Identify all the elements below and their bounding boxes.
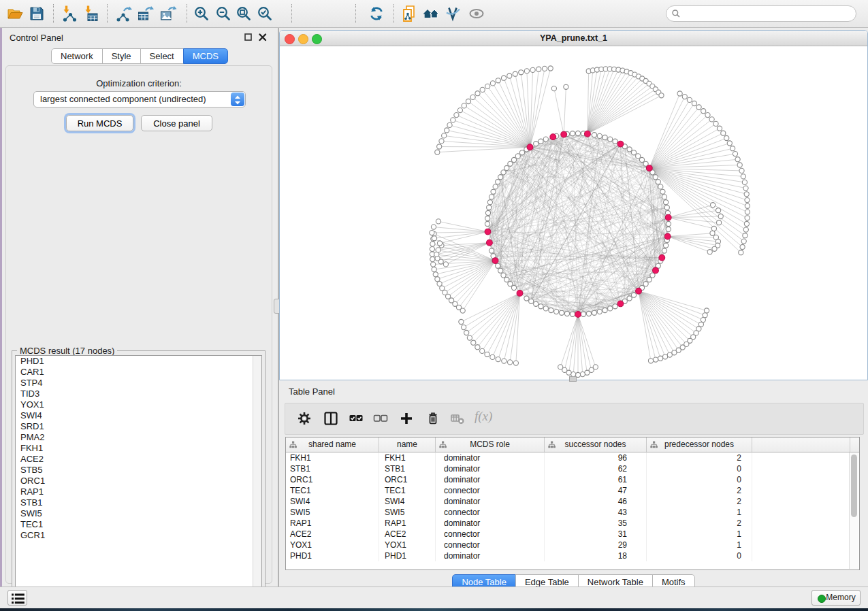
graph-node[interactable] [627,296,632,301]
graph-dominator-node[interactable] [617,141,624,147]
graph-node[interactable] [543,137,548,142]
graph-node[interactable] [437,282,442,286]
close-panel-button[interactable]: Close panel [141,115,212,131]
graph-node[interactable] [703,313,707,318]
graph-node[interactable] [704,308,709,313]
graph-node[interactable] [647,277,652,282]
graph-node[interactable] [564,311,569,316]
show-columns-icon[interactable] [323,411,338,426]
graph-node[interactable] [475,91,480,96]
graph-node[interactable] [489,248,494,253]
graph-node[interactable] [498,175,503,180]
table-row[interactable]: FKH1FKH1dominator962 [286,452,859,463]
float-panel-icon[interactable] [244,33,253,42]
graph-node[interactable] [491,189,496,194]
graph-node[interactable] [659,93,664,98]
table-row[interactable]: SWI4SWI4dominator462 [286,496,859,507]
column-header-filler[interactable] [752,437,850,452]
graph-node[interactable] [549,308,553,312]
graph-node[interactable] [485,352,489,357]
graph-node[interactable] [677,91,682,96]
graph-node[interactable] [733,152,737,156]
tab-style[interactable]: Style [102,48,141,64]
graph-node[interactable] [467,335,472,340]
graph-dominator-node[interactable] [659,254,665,261]
table-row[interactable]: SWI5SWI5connector431 [286,507,859,518]
mcds-result-node[interactable]: TEC1 [16,519,261,530]
mcds-result-list[interactable]: PHD1CAR1STP4TID3YOX1SWI4SRD1PMA2FKH1ACE2… [15,355,262,601]
graph-node[interactable] [707,250,712,254]
graph-node[interactable] [656,180,660,184]
graph-node[interactable] [431,262,436,267]
graph-dominator-node[interactable] [665,214,671,220]
graph-node[interactable] [658,184,663,189]
network-window-titlebar[interactable]: YPA_prune.txt_1 [280,31,867,46]
graph-node[interactable] [575,131,580,135]
graph-node[interactable] [432,267,436,271]
graph-node[interactable] [464,330,469,335]
mcds-result-node[interactable]: FKH1 [16,443,261,454]
graph-node[interactable] [513,71,517,76]
tab-select[interactable]: Select [140,48,184,64]
graph-node[interactable] [682,95,687,99]
graph-node[interactable] [515,154,520,159]
graph-node[interactable] [489,195,494,199]
graph-node[interactable] [501,273,506,278]
graph-node[interactable] [485,216,490,220]
graph-node[interactable] [730,146,735,151]
graph-node[interactable] [664,200,669,205]
graph-node[interactable] [443,262,448,267]
graph-node[interactable] [717,126,722,131]
graph-node[interactable] [721,131,726,135]
close-panel-icon[interactable] [258,33,268,42]
graph-node[interactable] [485,221,489,226]
column-header-MCDS-role[interactable]: MCDS role [436,437,545,452]
graph-node[interactable] [536,67,541,71]
graph-node[interactable] [437,144,442,149]
graph-node[interactable] [534,301,539,306]
graph-node[interactable] [666,221,671,226]
horizontal-splitter-grip[interactable] [569,376,577,382]
column-header-successor-nodes[interactable]: successor nodes [545,437,647,452]
settings-gear-icon[interactable] [297,411,312,426]
mcds-result-node[interactable]: GCR1 [16,530,261,541]
graph-dominator-node[interactable] [585,131,591,137]
mcds-result-node[interactable]: ACE2 [16,454,261,465]
graph-node[interactable] [433,272,438,277]
graph-node[interactable] [643,282,648,286]
graph-dominator-node[interactable] [646,165,652,171]
network-graph[interactable] [280,46,867,380]
graph-node[interactable] [570,131,575,136]
graph-node[interactable] [558,365,563,369]
graph-node[interactable] [480,348,485,353]
graph-node[interactable] [711,203,716,208]
graph-node[interactable] [701,318,705,323]
graph-node[interactable] [743,233,748,238]
graph-node[interactable] [496,357,500,362]
graph-node[interactable] [564,84,568,89]
task-history-button[interactable] [7,590,27,606]
table-scrollbar-thumb[interactable] [851,455,857,517]
graph-node[interactable] [741,174,745,179]
memory-button[interactable]: Memory [811,590,861,606]
graph-node[interactable] [653,175,658,180]
graph-node[interactable] [554,310,559,314]
mcds-result-node[interactable]: STP4 [16,378,261,389]
export-table-icon[interactable] [137,5,155,22]
graph-node[interactable] [648,359,653,363]
import-table-icon[interactable] [82,5,99,22]
graph-node[interactable] [745,203,750,208]
graph-node[interactable] [592,310,596,315]
graph-dominator-node[interactable] [636,288,642,294]
graph-node[interactable] [480,87,485,92]
tab-mcds[interactable]: MCDS [183,48,228,64]
graph-node[interactable] [658,356,663,361]
mcds-result-node[interactable]: SWI4 [16,410,261,421]
graph-node[interactable] [539,304,543,309]
graph-dominator-node[interactable] [550,134,556,140]
graph-node[interactable] [462,103,466,108]
graph-node[interactable] [457,108,462,113]
graph-node[interactable] [592,133,596,137]
graph-node[interactable] [687,97,692,102]
graph-node[interactable] [451,118,455,122]
